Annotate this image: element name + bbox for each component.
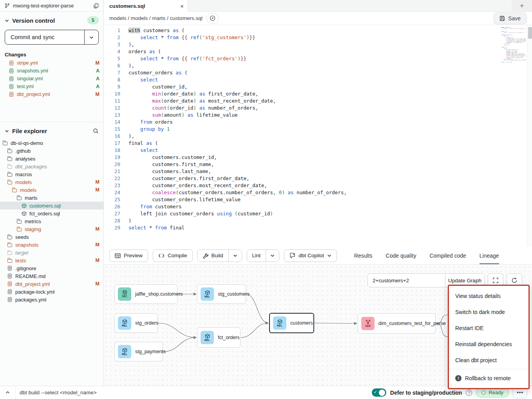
lineage-edge (314, 323, 357, 323)
folder-icon (7, 235, 13, 239)
version-control-header[interactable]: Version control 5 (0, 12, 103, 27)
lineage-node-fct_orders[interactable]: MDLfct_orders (197, 327, 241, 348)
code-content[interactable]: with customers as ( select * from {{ ref… (125, 25, 532, 247)
tree-item--github[interactable]: .github (0, 147, 103, 155)
preview-icon (115, 253, 121, 258)
menu-item-clean-dbt-project[interactable]: Clean dbt project (449, 352, 528, 368)
menu-item-restart-ide[interactable]: Restart IDE (449, 320, 528, 336)
change-file-name: snapshots.yml (17, 68, 93, 74)
tab-compiled-code[interactable]: Compiled code (429, 247, 466, 264)
lineage-node-stg_payments[interactable]: MDLstg_payments (114, 342, 163, 361)
code-line: final as ( (128, 140, 532, 147)
tree-item-db-sl-qs-demo[interactable]: db-sl-qs-demo (0, 139, 103, 147)
panel-tabs: ResultsCode qualityCompiled codeLineage (354, 247, 499, 264)
tree-item-macros[interactable]: macros (0, 170, 103, 178)
code-editor[interactable]: 1234567891011121314151617181920212223242… (104, 25, 532, 247)
tree-item-dbt-packages[interactable]: dbt_packages (0, 162, 103, 170)
save-button[interactable]: Save (494, 13, 527, 24)
code-line: left join customer_orders using (custome… (128, 210, 532, 217)
command-input[interactable]: dbt build --select <model_name> (20, 390, 372, 395)
lineage-node-dim[interactable]: SEMdim_customers_test_for_parse (358, 313, 436, 334)
code-line: count(order_id) as number_of_orders, (128, 105, 532, 112)
file-icon (9, 76, 14, 81)
tab-customers-sql[interactable]: customers.sql × (104, 0, 188, 12)
model-cube-icon (21, 211, 27, 216)
file-icon (9, 92, 14, 97)
folder-icon (7, 251, 13, 255)
build-button[interactable]: Build (198, 250, 228, 262)
tree-item-label: metrics (25, 218, 100, 224)
change-item[interactable]: dbt_project.ymlM (0, 90, 103, 98)
tab-results[interactable]: Results (354, 247, 373, 264)
menu-item-switch-to-dark-mode[interactable]: Switch to dark mode (449, 304, 528, 320)
build-dropdown-chevron-icon[interactable] (228, 250, 242, 262)
code-line: group by 1 (128, 126, 532, 133)
tree-item-customers-sql[interactable]: customers.sql (0, 202, 103, 209)
tree-item-models[interactable]: modelsM (0, 186, 103, 194)
tree-item-dbt-project-yml[interactable]: dbt_project.ymlM (0, 280, 103, 288)
search-icon[interactable] (93, 128, 99, 134)
tree-item-marts[interactable]: marts (0, 194, 103, 202)
editor-scrollbar[interactable] (527, 25, 532, 247)
node-label: fct_orders (218, 335, 240, 340)
change-item[interactable]: snapshots.ymlA (0, 67, 103, 75)
defer-toggle[interactable]: ✓ (372, 388, 386, 397)
tree-item-packages-yml[interactable]: packages.yml (0, 296, 103, 303)
change-item[interactable]: stripe.ymlM (0, 59, 103, 67)
close-icon[interactable]: × (180, 3, 184, 9)
menu-item-rollback-to-remote[interactable]: !Rollback to remote (449, 370, 528, 386)
scrollbar-thumb[interactable] (528, 27, 532, 39)
tree-item-snapshots[interactable]: snapshotsM (0, 241, 103, 249)
tree-item-label: seeds (15, 234, 100, 240)
menu-item-view-status-details[interactable]: View status details (449, 288, 528, 304)
menu-item-reinstall-dependencies[interactable]: Reinstall dependencies (449, 336, 528, 352)
change-status-badge: M (96, 60, 100, 66)
change-item[interactable]: singular.ymlA (0, 75, 103, 83)
lint-dropdown-chevron-icon[interactable] (266, 250, 279, 262)
tree-item-seeds[interactable]: seeds (0, 233, 103, 241)
change-item[interactable]: test.ymlA (0, 83, 103, 90)
tab-code-quality[interactable]: Code quality (386, 247, 416, 264)
preview-button[interactable]: Preview (109, 249, 148, 262)
compile-button[interactable]: Compile (153, 249, 193, 262)
copy-icon[interactable] (93, 3, 99, 9)
lint-button-group: Lint (247, 249, 280, 262)
file-explorer-header[interactable]: File explorer (0, 122, 103, 137)
tree-item-staging[interactable]: stagingM (0, 225, 103, 233)
tree-item-target[interactable]: target (0, 249, 103, 256)
help-icon[interactable]: ? (466, 390, 472, 396)
compass-icon[interactable] (206, 13, 219, 23)
commit-and-sync-button[interactable]: Commit and sync (5, 30, 99, 45)
tree-item-package-lock-yml[interactable]: package-lock.yml (0, 288, 103, 296)
modified-badge: M (96, 187, 100, 193)
collapse-panel-button[interactable] (0, 386, 16, 399)
lineage-node-stg_customers[interactable]: MDLstg_customers (197, 284, 246, 304)
tree-item-models[interactable]: modelsM (0, 178, 103, 186)
folder-icon (7, 258, 13, 263)
menu-divider (449, 369, 528, 369)
tree-item-fct-orders-sql[interactable]: fct_orders.sql (0, 209, 103, 217)
minimap[interactable]: with customers as ( select * from {{ ref… (501, 27, 526, 63)
lint-button[interactable]: Lint (247, 250, 266, 262)
tree-item-analyses[interactable]: analyses (0, 155, 103, 162)
tree-item-metrics[interactable]: metrics (0, 217, 103, 225)
dbt-copilot-button[interactable]: dbt Copilot (284, 249, 337, 262)
editor-toolbar: Preview Compile Build (104, 247, 532, 265)
code-line: customer_orders.most_recent_order_date, (128, 182, 532, 189)
lineage-node-jaffle[interactable]: SRCjaffle_shop.customers (114, 284, 177, 304)
tree-item-readme-md[interactable]: README.md (0, 272, 103, 280)
lineage-node-customers[interactable]: MDLcustomers (269, 313, 314, 333)
changes-list: stripe.ymlMsnapshots.ymlAsingular.ymlAte… (0, 59, 103, 98)
line-number-gutter: 1234567891011121314151617181920212223242… (104, 25, 125, 247)
lineage-node-stg_orders[interactable]: MDLstg_orders (114, 313, 158, 333)
alert-icon: ! (455, 375, 461, 381)
code-line: select * from {{ ref('fct_orders')}} (128, 55, 532, 62)
breadcrumb: models / models / marts / customers.sql (109, 15, 203, 21)
tree-item--gitignore[interactable]: .gitignore (0, 264, 103, 272)
dbt-cloud-ide: mwong-test-explorer-parse Version contro… (0, 0, 532, 399)
commit-dropdown-chevron-icon[interactable] (84, 30, 98, 44)
tree-item-tests[interactable]: testsM (0, 256, 103, 264)
new-tab-button[interactable]: + (512, 0, 532, 11)
tab-lineage[interactable]: Lineage (480, 247, 499, 264)
lineage-selector-input[interactable] (368, 274, 445, 287)
